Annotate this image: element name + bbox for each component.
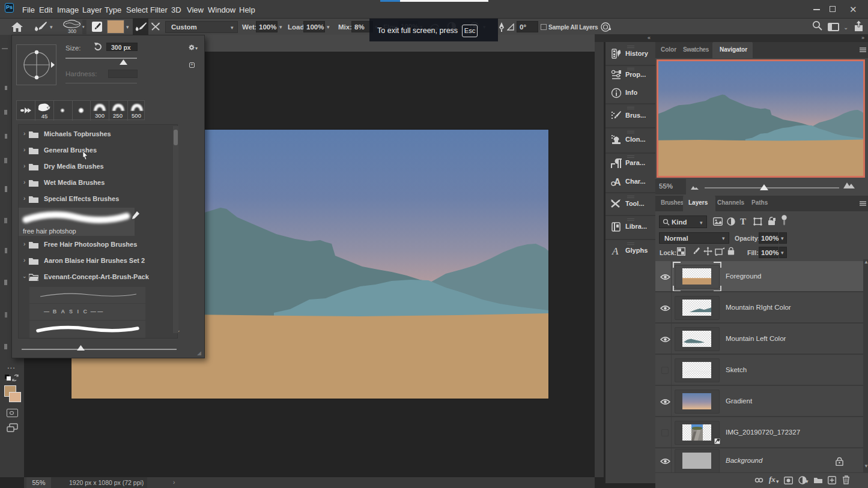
svg-text:A: A	[614, 177, 621, 187]
svg-text:A: A	[612, 246, 619, 256]
